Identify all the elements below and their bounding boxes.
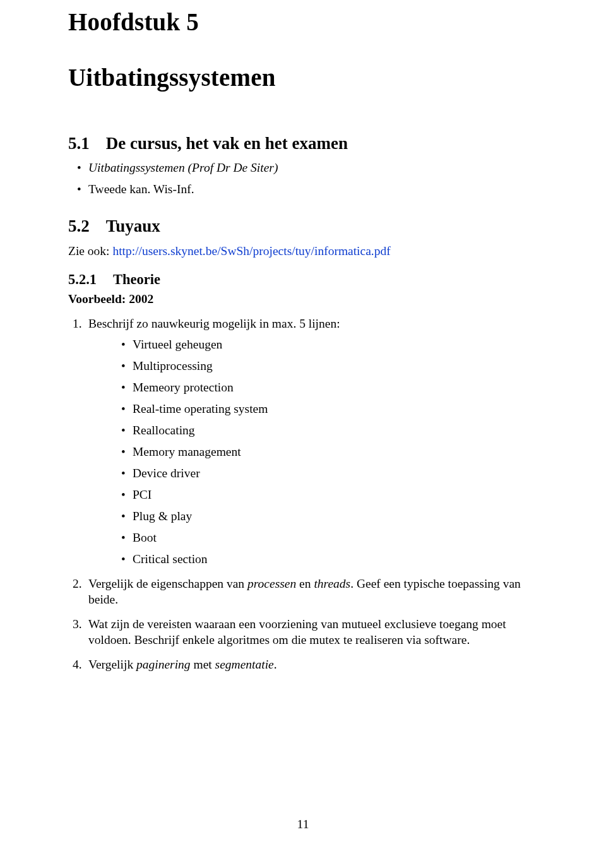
question-1: 1. Beschrijf zo nauwkeurig mogelijk in m… <box>68 316 538 568</box>
list-item-text: Tweede kan. Wis-Inf. <box>88 182 194 196</box>
section-number: 5.1 <box>68 133 90 155</box>
zie-ook-label: Zie ook: <box>68 244 112 258</box>
question-3: 3. Wat zijn de vereisten waaraan een voo… <box>68 617 538 648</box>
list-item-text: Memory management <box>133 445 241 458</box>
enum-number: 3. <box>73 617 82 633</box>
q4-it1: paginering <box>136 658 191 671</box>
q2-pre: Vergelijk de eigenschappen van <box>88 577 247 590</box>
list-item-text: Multiprocessing <box>133 359 213 372</box>
q2-mid: en <box>296 577 314 590</box>
section-number: 5.2 <box>68 215 90 237</box>
subsection-5-2-1-heading: 5.2.1 Theorie <box>68 271 538 289</box>
question-text: Wat zijn de vereisten waaraan een voorzi… <box>88 617 506 646</box>
q2-it1: processen <box>247 577 296 590</box>
list-item: Real-time operating system <box>88 401 538 417</box>
list-item: Virtueel geheugen <box>88 337 538 353</box>
list-item-text: Critical section <box>133 552 208 566</box>
list-item-text: Boot <box>133 531 157 544</box>
enum-number: 4. <box>73 657 82 673</box>
list-item: PCI <box>88 487 538 503</box>
subsection-number: 5.2.1 <box>68 271 97 289</box>
list-item: Tweede kan. Wis-Inf. <box>68 182 538 198</box>
q2-it2: threads <box>314 577 350 590</box>
section-5-1-heading: 5.1 De cursus, het vak en het examen <box>68 133 538 155</box>
list-item-text: Virtueel geheugen <box>133 338 222 351</box>
subsection-title: Theorie <box>113 271 160 289</box>
q4-it2: segmentatie <box>215 658 274 671</box>
list-item-text: Memeory protection <box>133 381 234 394</box>
list-item: Device driver <box>88 466 538 482</box>
q4-post: . <box>274 658 277 671</box>
list-item: Critical section <box>88 552 538 568</box>
q1-sublist: Virtueel geheugen Multiprocessing Memeor… <box>88 337 538 567</box>
list-item: Plug & play <box>88 509 538 525</box>
question-4: 4. Vergelijk paginering met segmentatie. <box>68 657 538 673</box>
list-item-text: Real-time operating system <box>133 402 268 415</box>
list-item-text: Device driver <box>133 467 200 480</box>
page: Hoofdstuk 5 Uitbatingssystemen 5.1 De cu… <box>0 0 606 868</box>
chapter-label: Hoofdstuk 5 <box>68 6 538 38</box>
question-text: Beschrijf zo nauwkeurig mogelijk in max.… <box>88 317 340 330</box>
section-title: De cursus, het vak en het examen <box>106 133 348 155</box>
list-item-text: Uitbatingssystemen (Prof Dr De Siter) <box>88 161 278 174</box>
list-item: Uitbatingssystemen (Prof Dr De Siter) <box>68 160 538 176</box>
section-title: Tuyaux <box>106 215 160 237</box>
section-5-2-heading: 5.2 Tuyaux <box>68 215 538 237</box>
question-2: 2. Vergelijk de eigenschappen van proces… <box>68 576 538 608</box>
enum-number: 1. <box>73 316 82 332</box>
questions-list: 1. Beschrijf zo nauwkeurig mogelijk in m… <box>68 316 538 673</box>
list-item-text: Reallocating <box>133 424 195 437</box>
list-item: Reallocating <box>88 423 538 439</box>
list-item: Multiprocessing <box>88 359 538 374</box>
q4-mid: met <box>191 658 215 671</box>
list-item-text: Plug & play <box>133 509 192 523</box>
list-item: Memeory protection <box>88 380 538 396</box>
section-5-1-list: Uitbatingssystemen (Prof Dr De Siter) Tw… <box>68 160 538 198</box>
list-item: Boot <box>88 530 538 546</box>
page-number: 11 <box>0 817 606 833</box>
chapter-title: Uitbatingssystemen <box>68 62 538 93</box>
q4-pre: Vergelijk <box>88 658 136 671</box>
enum-number: 2. <box>73 576 82 592</box>
tuyaux-link[interactable]: http://users.skynet.be/SwSh/projects/tuy… <box>112 244 390 258</box>
example-label: Voorbeeld: 2002 <box>68 292 538 307</box>
zie-ook-line: Zie ook: http://users.skynet.be/SwSh/pro… <box>68 244 538 259</box>
list-item-text: PCI <box>133 488 152 501</box>
list-item: Memory management <box>88 444 538 460</box>
